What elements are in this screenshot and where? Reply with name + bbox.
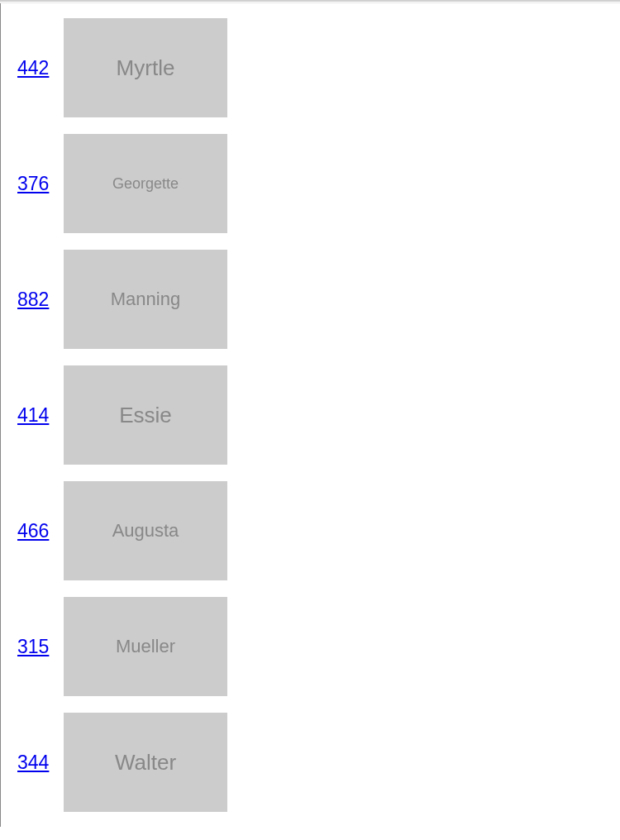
list-item: 315 Mueller [1,597,620,696]
list-item: 344 Walter [1,713,620,812]
name-placeholder: Augusta [64,481,227,580]
name-placeholder: Essie [64,365,227,465]
name-placeholder: Manning [64,250,227,349]
list-item: 466 Augusta [1,481,620,580]
name-placeholder: Georgette [64,134,227,233]
id-link[interactable]: 442 [17,57,64,79]
name-placeholder: Myrtle [64,18,227,117]
list-item: 442 Myrtle [1,18,620,117]
id-link[interactable]: 414 [17,404,64,427]
id-link[interactable]: 376 [17,173,64,195]
id-link[interactable]: 315 [17,636,64,658]
list-item: 882 Manning [1,250,620,349]
list-container: 442 Myrtle 376 Georgette 882 Manning 414… [0,3,620,827]
name-placeholder: Walter [64,713,227,812]
id-link[interactable]: 466 [17,520,64,542]
id-link[interactable]: 882 [17,289,64,311]
id-link[interactable]: 344 [17,752,64,774]
list-item: 376 Georgette [1,134,620,233]
list-item: 414 Essie [1,365,620,465]
name-placeholder: Mueller [64,597,227,696]
